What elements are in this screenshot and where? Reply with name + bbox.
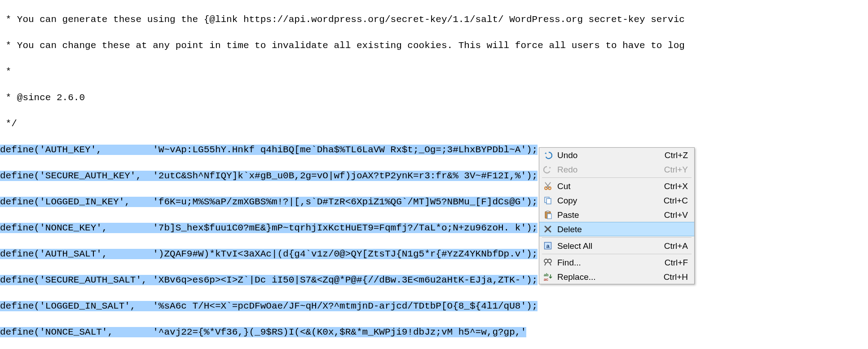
- menu-item-find[interactable]: Find... Ctrl+F: [539, 255, 694, 269]
- selected-code[interactable]: define('SECURE_AUTH_SALT', 'XBv6q>es6p><…: [0, 275, 538, 285]
- svg-text:ab: ab: [544, 273, 549, 277]
- undo-icon: [542, 150, 554, 160]
- menu-shortcut: Ctrl+X: [664, 180, 688, 193]
- selected-code[interactable]: define('NONCE_SALT', '^avj22={%*Vf36,}(_…: [0, 327, 526, 337]
- menu-label: Paste: [557, 208, 664, 221]
- menu-label: Replace...: [557, 270, 664, 283]
- code-line: *: [0, 65, 685, 78]
- menu-separator: [542, 254, 692, 254]
- menu-label: Copy: [557, 194, 664, 207]
- menu-item-copy[interactable]: Copy Ctrl+C: [539, 193, 694, 208]
- menu-item-delete[interactable]: Delete: [539, 222, 694, 236]
- code-line: */: [0, 117, 685, 130]
- selected-code[interactable]: define('AUTH_SALT', ')ZQAF9#W)*kTvI<3aXA…: [0, 249, 538, 259]
- delete-icon: [542, 224, 554, 234]
- menu-item-undo[interactable]: Undo Ctrl+Z: [539, 148, 694, 162]
- svg-rect-5: [546, 211, 549, 212]
- menu-separator: [542, 177, 692, 178]
- select-all-icon: a: [542, 240, 554, 251]
- selected-code[interactable]: define('SECURE_AUTH_KEY', '2utC&Sh^NfIQY…: [0, 171, 538, 181]
- menu-shortcut: Ctrl+H: [664, 270, 688, 283]
- selected-code[interactable]: define('LOGGED_IN_KEY', 'f6K=u;M%S%aP/zm…: [0, 197, 538, 207]
- svg-rect-6: [547, 214, 551, 219]
- menu-label: Select All: [557, 239, 664, 252]
- copy-icon: [542, 195, 554, 206]
- menu-label: Cut: [557, 180, 664, 193]
- replace-icon: abac: [542, 271, 554, 282]
- cut-icon: [542, 181, 554, 191]
- find-icon: [542, 257, 554, 268]
- menu-shortcut: Ctrl+Y: [664, 163, 688, 176]
- menu-item-select-all[interactable]: a Select All Ctrl+A: [539, 239, 694, 253]
- menu-shortcut: Ctrl+A: [664, 239, 688, 252]
- menu-shortcut: Ctrl+C: [664, 194, 688, 207]
- menu-item-paste[interactable]: Paste Ctrl+V: [539, 208, 694, 222]
- menu-shortcut: Ctrl+F: [665, 256, 688, 269]
- svg-rect-3: [546, 199, 551, 204]
- svg-text:ac: ac: [544, 277, 548, 281]
- context-menu: Undo Ctrl+Z Redo Ctrl+Y Cut Ctrl+X Copy …: [539, 147, 695, 284]
- code-line: * You can change these at any point in t…: [0, 39, 685, 52]
- paste-icon: [542, 209, 554, 220]
- code-line: * @since 2.6.0: [0, 91, 685, 104]
- menu-label: Delete: [557, 223, 688, 236]
- selected-code[interactable]: define('AUTH_KEY', 'W~vAp:LG55hY.Hnkf q4…: [0, 145, 538, 155]
- menu-item-redo: Redo Ctrl+Y: [539, 162, 694, 177]
- menu-item-replace[interactable]: abac Replace... Ctrl+H: [539, 269, 694, 284]
- svg-point-9: [544, 259, 548, 263]
- redo-icon: [542, 164, 554, 175]
- selected-code[interactable]: define('LOGGED_IN_SALT', '%sA6c T/H<=X`=…: [0, 301, 538, 311]
- menu-label: Redo: [557, 163, 664, 176]
- menu-item-cut[interactable]: Cut Ctrl+X: [539, 179, 694, 193]
- menu-shortcut: Ctrl+Z: [665, 149, 688, 162]
- menu-shortcut: Ctrl+V: [664, 208, 688, 221]
- menu-separator: [542, 237, 692, 238]
- svg-text:a: a: [546, 243, 550, 249]
- code-line: * You can generate these using the {@lin…: [0, 13, 685, 26]
- selected-code[interactable]: define('NONCE_KEY', '7b]S_hex$fuu1C0?mE&…: [0, 223, 538, 233]
- menu-label: Find...: [557, 256, 665, 269]
- menu-label: Undo: [557, 149, 665, 162]
- svg-point-10: [548, 259, 551, 263]
